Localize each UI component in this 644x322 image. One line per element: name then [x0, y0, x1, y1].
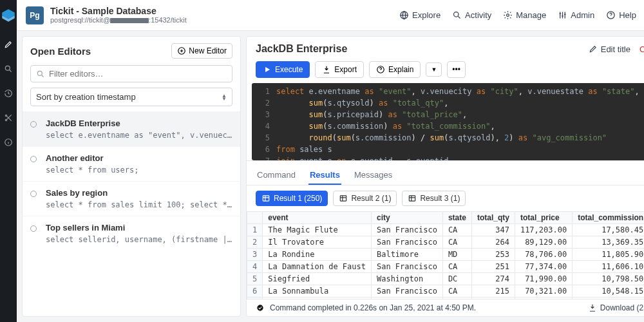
edit-title-button[interactable]: Edit title	[589, 44, 630, 54]
filter-editors-field[interactable]	[49, 69, 227, 79]
svg-point-6	[507, 14, 509, 17]
db-title: Tickit - Sample Database	[50, 6, 187, 17]
status-success-icon	[256, 303, 265, 312]
editor-item-sql: select e.eventname as "event", v.venueci…	[46, 131, 232, 140]
svg-point-2	[5, 119, 6, 120]
column-header[interactable]: total_commission	[573, 212, 644, 224]
radio-icon	[30, 156, 37, 162]
info-nav-icon[interactable]	[2, 136, 15, 149]
editor-list-item[interactable]: Top sellers in Miamiselect sellerid, use…	[23, 216, 240, 251]
sort-editors-select[interactable]: Sort by creation timestamp ▲▼	[30, 88, 232, 106]
tab-command[interactable]: Command	[256, 166, 297, 185]
svg-point-1	[5, 115, 6, 116]
export-button[interactable]: Export	[315, 61, 364, 78]
editor-list-item[interactable]: Sales by regionselect * from sales limit…	[23, 181, 240, 216]
result-pill[interactable]: Result 3 (1)	[402, 191, 466, 206]
svg-point-0	[5, 66, 10, 70]
svg-point-9	[37, 71, 42, 75]
editor-item-sql: select sellerid, username, (firstname ||…	[46, 235, 232, 244]
radio-icon	[30, 225, 37, 232]
db-type-badge: Pg	[26, 6, 44, 24]
topbar: Pg Tickit - Sample Database postgresql:/…	[17, 0, 644, 31]
tab-messages[interactable]: Messages	[353, 166, 393, 185]
column-header[interactable]: state	[442, 212, 471, 224]
status-text: Command completed in 0.226s on Jan 25, 2…	[270, 303, 476, 312]
table-row[interactable]: 2Il TrovatoreSan FranciscoCA26489,129.00…	[247, 236, 645, 249]
new-editor-button[interactable]: New Editor	[171, 43, 232, 59]
explain-button[interactable]: Explain	[369, 61, 421, 78]
editor-list-item[interactable]: JackDB Enterpriseselect e.eventname as "…	[23, 111, 240, 146]
sql-code-editor[interactable]: 1select e.eventname as "event", v.venuec…	[252, 83, 644, 160]
editor-title: JackDB Enterprise	[256, 43, 347, 55]
table-row[interactable]: 3La RondineBaltimoreMD25378,706.0011,805…	[247, 249, 645, 261]
results-table: eventcitystatetotal_qtytotal_pricetotal_…	[247, 211, 644, 299]
svg-point-5	[454, 12, 459, 17]
svg-rect-12	[341, 196, 346, 201]
search-nav-icon[interactable]	[2, 62, 15, 75]
editor-nav-icon[interactable]	[2, 38, 15, 51]
panel-title: Open Editors	[30, 46, 91, 57]
table-row[interactable]: 1The Magic FluteSan FranciscoCA347117,20…	[247, 224, 645, 236]
explain-dropdown-button[interactable]: ▼	[426, 62, 442, 77]
explore-nav[interactable]: Explore	[399, 10, 440, 20]
table-row[interactable]: 6La SonnambulaSan FranciscoCA21570,321.0…	[247, 285, 645, 298]
column-header[interactable]: event	[263, 212, 372, 224]
app-logo	[0, 8, 17, 26]
filter-editors-input[interactable]	[30, 65, 232, 82]
history-nav-icon[interactable]	[2, 87, 15, 100]
open-editors-panel: Open Editors New Editor Sort by creation…	[22, 36, 241, 317]
editor-workspace: JackDB Enterprise Edit title Close Execu…	[246, 36, 644, 317]
editor-item-sql: select * from users;	[46, 166, 232, 175]
column-header[interactable]: total_qty	[471, 212, 515, 224]
editor-item-title: Another editor	[46, 153, 232, 163]
download-button[interactable]: Download (250 rows)	[588, 303, 644, 312]
snippets-nav-icon[interactable]	[2, 111, 15, 124]
editor-item-title: Sales by region	[46, 188, 232, 198]
db-connection-string: postgresql://tickit@:15432/tickit	[50, 16, 187, 24]
activity-nav[interactable]: Activity	[452, 10, 491, 20]
column-header[interactable]: total_price	[515, 212, 572, 224]
tab-results[interactable]: Results	[308, 166, 341, 185]
result-pill[interactable]: Result 1 (250)	[256, 191, 328, 206]
result-pill[interactable]: Result 2 (1)	[333, 191, 397, 206]
help-nav[interactable]: Help	[606, 10, 636, 20]
nav-rail	[0, 0, 17, 322]
svg-rect-13	[410, 196, 415, 201]
radio-icon	[30, 121, 37, 128]
more-actions-button[interactable]: •••	[447, 61, 466, 78]
table-row[interactable]: 4La Damnation de FaustSan FranciscoCA251…	[247, 261, 645, 273]
execute-button[interactable]: Execute	[256, 61, 310, 78]
manage-nav[interactable]: Manage	[503, 10, 546, 20]
editor-list-item[interactable]: Another editorselect * from users;	[23, 146, 240, 181]
admin-nav[interactable]: Admin	[558, 10, 594, 20]
editor-item-sql: select * from sales limit 100; select * …	[46, 200, 232, 209]
editor-item-title: JackDB Enterprise	[46, 118, 232, 128]
close-editor-button[interactable]: Close	[639, 44, 644, 54]
column-header[interactable]: city	[371, 212, 442, 224]
editor-item-title: Top sellers in Miami	[46, 223, 232, 232]
table-row[interactable]: 5SiegfriedWashingtonDC27471,990.0010,798…	[247, 273, 645, 285]
svg-rect-11	[263, 196, 269, 201]
radio-icon	[30, 191, 37, 197]
